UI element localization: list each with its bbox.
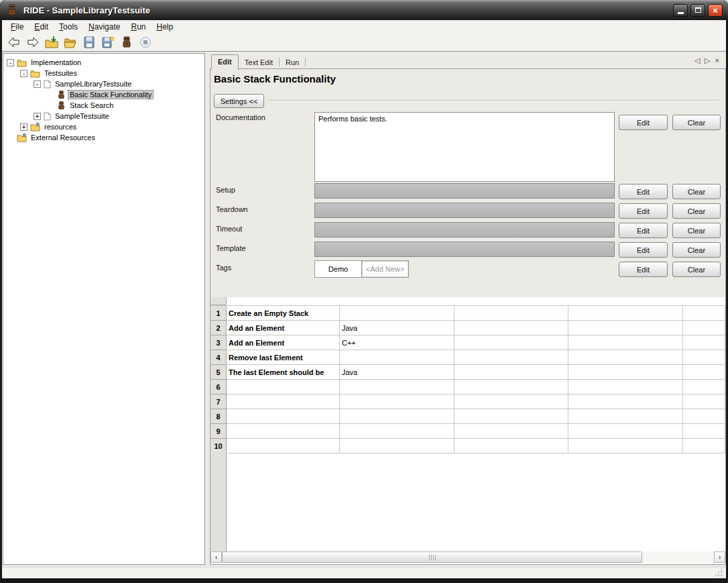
grid-cell[interactable] — [683, 350, 725, 365]
grid-cell[interactable] — [454, 321, 568, 335]
tree-item-basic-stack-functionality[interactable]: Basic Stack Functionality — [3, 89, 204, 100]
row-number[interactable]: 2 — [210, 321, 227, 335]
grid-cell[interactable] — [454, 394, 568, 409]
tree-item-implementation[interactable]: - Implementation — [3, 57, 204, 68]
grid-cell[interactable] — [227, 380, 340, 394]
grid-cell[interactable] — [340, 380, 454, 394]
timeout-clear-button[interactable]: Clear — [672, 223, 721, 238]
documentation-field[interactable]: Performs basic tests. — [314, 112, 615, 182]
grid-cell[interactable] — [568, 439, 683, 454]
tags-clear-button[interactable]: Clear — [672, 262, 721, 277]
tab-run[interactable]: Run — [280, 56, 305, 69]
menu-help[interactable]: Help — [151, 21, 178, 33]
template-field[interactable] — [314, 242, 615, 257]
timeout-field[interactable] — [314, 222, 615, 237]
grid-cell[interactable] — [568, 350, 683, 365]
tree-item-label[interactable]: Implementation — [29, 58, 82, 66]
grid-cell[interactable] — [683, 439, 725, 454]
setup-clear-button[interactable]: Clear — [672, 184, 721, 199]
row-number[interactable]: 8 — [210, 409, 227, 424]
grid-cell[interactable]: Add an Element — [227, 321, 340, 335]
timeout-edit-button[interactable]: Edit — [619, 223, 668, 238]
expand-icon[interactable]: + — [20, 123, 27, 131]
grid-cell[interactable]: Create an Empty Stack — [227, 306, 340, 321]
grid-cell[interactable] — [340, 439, 454, 454]
grid-cell[interactable] — [568, 321, 683, 335]
grid-cell[interactable] — [568, 380, 683, 394]
tag-demo[interactable]: Demo — [315, 261, 362, 277]
tab-scroll-right-icon[interactable]: ▷ — [705, 56, 710, 65]
forward-icon[interactable] — [25, 36, 40, 50]
grid-cell[interactable] — [683, 409, 725, 424]
grid-cell[interactable] — [340, 424, 454, 439]
menu-run[interactable]: Run — [125, 21, 151, 33]
grid-cell[interactable]: Java — [340, 365, 454, 380]
scrollbar-track[interactable] — [642, 551, 714, 563]
teardown-edit-button[interactable]: Edit — [619, 203, 668, 219]
setup-edit-button[interactable]: Edit — [619, 184, 668, 199]
grid-cell[interactable] — [227, 424, 340, 439]
tree-item-samplelibrarytestsuite[interactable]: - SampleLibraryTestsuite — [3, 78, 204, 89]
grid-cell[interactable] — [454, 424, 568, 439]
teardown-field[interactable] — [314, 203, 615, 218]
grid-cell[interactable] — [454, 306, 568, 321]
tab-text-edit[interactable]: Text Edit — [239, 56, 279, 69]
grid-cell[interactable] — [683, 365, 725, 380]
documentation-edit-button[interactable]: Edit — [619, 115, 668, 130]
row-number[interactable]: 7 — [210, 394, 227, 409]
back-icon[interactable] — [7, 36, 21, 50]
grid-cell[interactable] — [568, 335, 683, 350]
settings-toggle-button[interactable]: Settings << — [214, 94, 264, 108]
collapse-icon[interactable]: - — [20, 70, 27, 77]
grid-cell[interactable] — [683, 306, 725, 321]
grid-cell[interactable] — [227, 394, 340, 409]
add-new-tag-button[interactable]: <Add New> — [362, 261, 408, 277]
tree-item-label[interactable]: SampleLibraryTestsuite — [54, 80, 133, 88]
grid-cell[interactable] — [454, 439, 568, 454]
tab-scroll-left-icon[interactable]: ◁ — [694, 56, 700, 65]
grid-cell[interactable] — [227, 439, 340, 454]
grid-cell[interactable] — [568, 365, 683, 380]
tab-close-icon[interactable]: × — [715, 56, 719, 65]
tree-item-label[interactable]: SampleTestsuite — [54, 112, 111, 120]
grid-cell[interactable] — [683, 424, 725, 439]
grid-cell[interactable]: Remove last Element — [227, 350, 340, 365]
tree-item-external-resources[interactable]: External Resources — [3, 132, 204, 143]
grid-cell[interactable] — [340, 306, 454, 321]
grid-cell[interactable] — [454, 365, 568, 380]
collapse-icon[interactable]: - — [7, 59, 14, 66]
grid-cell[interactable] — [227, 409, 340, 424]
grid-cell[interactable] — [454, 350, 568, 365]
grid-cell[interactable] — [568, 306, 683, 321]
tab-edit[interactable]: Edit — [211, 54, 239, 70]
collapse-icon[interactable]: - — [34, 81, 41, 88]
title-bar[interactable]: RIDE - SampleLibraryTestsuite × — [0, 0, 728, 20]
tree-item-label[interactable]: Basic Stack Functionality — [68, 91, 153, 99]
grid-cell[interactable] — [340, 409, 454, 424]
scroll-left-button[interactable]: ‹ — [210, 551, 222, 563]
expand-icon[interactable]: + — [34, 113, 41, 120]
tree-item-sampletestsuite[interactable]: + SampleTestsuite — [3, 111, 204, 121]
menu-tools[interactable]: Tools — [54, 21, 83, 33]
open-directory-icon[interactable] — [63, 36, 77, 50]
menu-navigate[interactable]: Navigate — [83, 21, 125, 33]
grid-cell[interactable] — [683, 380, 725, 394]
grid-cell[interactable]: C++ — [340, 335, 454, 350]
grid-cell[interactable] — [340, 394, 454, 409]
menu-file[interactable]: File — [5, 21, 29, 33]
setup-field[interactable] — [314, 183, 615, 199]
grid-cell[interactable] — [568, 394, 683, 409]
tree-item-label[interactable]: External Resources — [29, 134, 97, 142]
documentation-clear-button[interactable]: Clear — [672, 115, 721, 130]
tree-item-stack-search[interactable]: Stack Search — [3, 100, 204, 111]
row-number[interactable]: 1 — [210, 306, 227, 321]
scrollbar-thumb[interactable] — [222, 551, 642, 563]
robot-icon[interactable] — [119, 36, 133, 50]
grid-cell[interactable] — [683, 335, 725, 350]
teardown-clear-button[interactable]: Clear — [672, 203, 721, 219]
scroll-right-button[interactable]: › — [714, 551, 725, 563]
grid-cell[interactable]: The last Element should be — [227, 365, 340, 380]
grid-cell[interactable] — [454, 380, 568, 394]
open-test-suite-icon[interactable] — [44, 36, 58, 50]
save-icon[interactable] — [82, 36, 96, 50]
